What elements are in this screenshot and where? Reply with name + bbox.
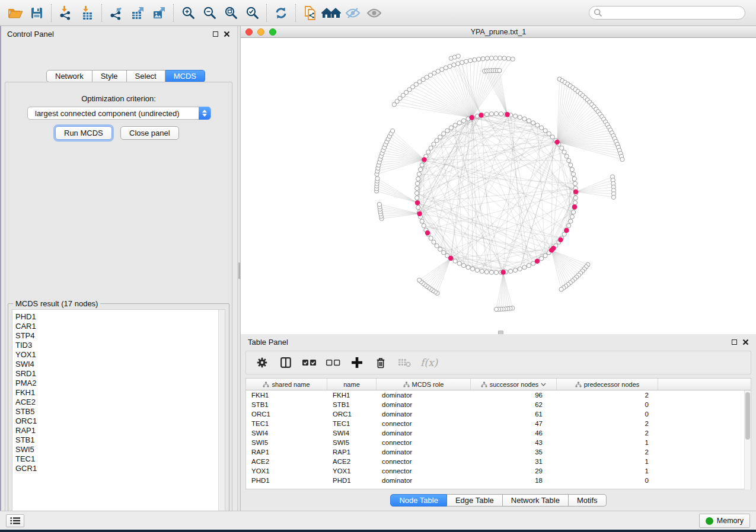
table-row[interactable]: SWI4SWI4dominator462 [246, 428, 751, 438]
mcds-node[interactable] [415, 200, 420, 205]
table-settings-button[interactable] [254, 355, 270, 370]
ring-node[interactable] [453, 259, 457, 263]
memory-button[interactable]: Memory [699, 514, 750, 528]
ring-node[interactable] [416, 206, 420, 210]
ring-node[interactable] [432, 142, 436, 146]
mcds-node[interactable] [422, 157, 426, 162]
close-panel-button[interactable]: Close panel [120, 126, 179, 140]
column-header-name[interactable]: name [327, 379, 377, 390]
mcds-node[interactable] [558, 238, 563, 242]
ring-node[interactable] [573, 201, 577, 205]
ring-node[interactable] [415, 186, 419, 190]
satellite-node[interactable] [477, 57, 481, 61]
import-network-button[interactable] [55, 3, 76, 23]
table-row[interactable]: FKH1FKH1dominator962 [246, 390, 751, 400]
ring-node[interactable] [435, 243, 439, 248]
splitter-thumb[interactable] [238, 262, 240, 279]
table-row[interactable]: PHD1PHD1dominator180 [246, 476, 751, 485]
satellite-node[interactable] [498, 56, 502, 60]
ring-node[interactable] [531, 121, 535, 125]
ring-node[interactable] [484, 112, 489, 116]
mcds-node[interactable] [535, 259, 540, 264]
zoom-out-button[interactable] [199, 3, 220, 23]
network-canvas[interactable] [241, 38, 756, 334]
mcds-result-item[interactable]: STB1 [12, 435, 225, 445]
tab-select[interactable]: Select [127, 70, 165, 82]
ring-node[interactable] [471, 267, 475, 271]
ring-node[interactable] [527, 264, 531, 268]
mcds-node[interactable] [469, 115, 474, 120]
ring-node[interactable] [415, 181, 419, 185]
show-columns-button[interactable] [278, 355, 294, 370]
satellite-node[interactable] [559, 287, 563, 291]
export-image-button[interactable] [148, 3, 170, 23]
ring-node[interactable] [417, 172, 421, 176]
mcds-result-item[interactable]: PMA2 [12, 379, 225, 388]
mcds-node[interactable] [572, 204, 577, 209]
network-graph[interactable] [241, 38, 756, 334]
ring-node[interactable] [426, 150, 430, 154]
save-session-button[interactable] [26, 3, 47, 23]
first-neighbors-button[interactable] [321, 3, 342, 23]
satellite-node[interactable] [494, 307, 498, 311]
satellite-node[interactable] [485, 56, 489, 60]
ring-node[interactable] [445, 129, 449, 133]
mcds-result-list[interactable]: PHD1CAR1STP4TID3YOX1SWI4SRD1PMA2FKH1ACE2… [12, 309, 225, 519]
ring-node[interactable] [572, 177, 576, 181]
ring-node[interactable] [547, 132, 551, 136]
close-panel-icon[interactable] [224, 31, 230, 37]
column-header-shared-name[interactable]: shared name [246, 379, 327, 390]
table-row[interactable]: SWI5SWI5connector431 [246, 438, 751, 447]
ring-node[interactable] [569, 219, 573, 223]
ring-node[interactable] [527, 118, 531, 123]
mcds-result-item[interactable]: SRD1 [12, 369, 225, 379]
satellite-node[interactable] [444, 66, 448, 70]
ring-node[interactable] [435, 139, 439, 143]
satellite-node[interactable] [620, 157, 624, 161]
satellite-node[interactable] [489, 56, 493, 60]
mcds-result-item[interactable]: RAP1 [12, 426, 225, 435]
import-table-button[interactable] [76, 3, 98, 23]
ring-node[interactable] [540, 257, 544, 261]
table-scrollbar-track[interactable] [744, 390, 751, 489]
column-header-mcds-role[interactable]: MCDS role [377, 379, 471, 390]
satellite-node[interactable] [611, 195, 615, 199]
mcds-result-item[interactable]: FKH1 [12, 388, 225, 398]
ring-node[interactable] [484, 270, 489, 274]
ring-node[interactable] [442, 132, 446, 136]
mcds-result-item[interactable]: SWI5 [12, 445, 225, 454]
ring-node[interactable] [518, 267, 522, 271]
export-table-button[interactable] [127, 3, 148, 23]
mcds-result-item[interactable]: STP4 [12, 331, 225, 341]
copy-style-button[interactable] [299, 3, 321, 23]
ring-node[interactable] [420, 163, 424, 167]
mcds-result-item[interactable]: GCR1 [12, 464, 225, 473]
mcds-result-item[interactable]: YOX1 [12, 350, 225, 360]
satellite-node[interactable] [497, 68, 502, 72]
table-row[interactable]: TEC1TEC1connector472 [246, 419, 751, 428]
ring-node[interactable] [513, 268, 517, 273]
mcds-node[interactable] [425, 230, 430, 235]
ring-node[interactable] [416, 177, 420, 181]
console-button[interactable] [6, 514, 24, 527]
mcds-result-item[interactable]: TID3 [12, 341, 225, 350]
ring-node[interactable] [453, 123, 457, 127]
ring-node[interactable] [522, 265, 527, 270]
ring-node[interactable] [560, 146, 564, 150]
float-panel-icon[interactable] [213, 31, 218, 37]
ring-node[interactable] [414, 191, 419, 195]
ring-node[interactable] [573, 181, 577, 185]
ring-node[interactable] [422, 223, 426, 227]
ring-node[interactable] [438, 135, 442, 139]
satellite-node[interactable] [481, 57, 485, 61]
ring-node[interactable] [567, 223, 571, 227]
ring-node[interactable] [494, 111, 498, 116]
ring-node[interactable] [420, 219, 424, 223]
satellite-node[interactable] [464, 59, 468, 63]
mcds-node[interactable] [554, 140, 559, 145]
satellite-node[interactable] [456, 62, 460, 66]
table-row[interactable]: RAP1RAP1dominator352 [246, 447, 751, 457]
hide-selected-button[interactable] [342, 3, 363, 23]
mcds-node[interactable] [573, 189, 578, 194]
ring-node[interactable] [429, 146, 433, 150]
